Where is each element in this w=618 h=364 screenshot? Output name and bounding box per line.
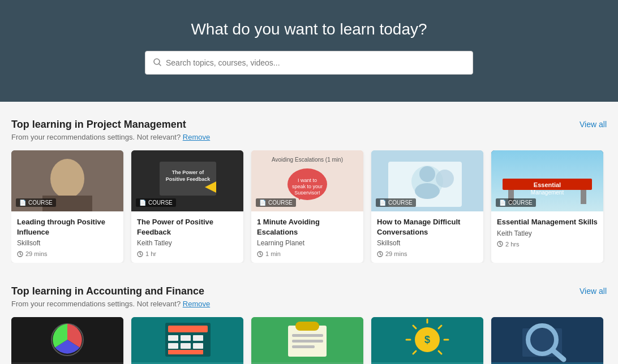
svg-rect-50 bbox=[168, 335, 178, 341]
section-header-af: Top learning in Accounting and Finance V… bbox=[11, 285, 607, 297]
svg-text:I want to: I want to bbox=[298, 177, 317, 183]
search-bar bbox=[145, 51, 473, 75]
section-subtitle-af: From your recommendations settings. Not … bbox=[11, 300, 607, 308]
svg-text:The Power of: The Power of bbox=[172, 170, 205, 175]
section-subtitle-pm: From your recommendations settings. Not … bbox=[11, 133, 607, 141]
main-content: Top learning in Project Management View … bbox=[0, 102, 618, 364]
view-all-accounting[interactable]: View all bbox=[580, 287, 607, 296]
card-body: How to Manage Difficult Conversations Sk… bbox=[371, 211, 483, 263]
card-body: 1 Minute Avoiding Escalations Learning P… bbox=[251, 211, 363, 263]
card-thumb: 📄COURSE bbox=[11, 317, 123, 364]
svg-text:Avoiding Escalations (1 min): Avoiding Escalations (1 min) bbox=[272, 157, 343, 163]
svg-rect-59 bbox=[295, 322, 319, 331]
card-thumb: 📄COURSE bbox=[11, 150, 123, 211]
card-title: Essential Management Skills bbox=[497, 217, 598, 227]
card-author: Learning Planet bbox=[257, 239, 358, 247]
svg-line-25 bbox=[260, 254, 261, 255]
card-body: Leading through Positive Influence Skill… bbox=[11, 211, 123, 263]
card-thumb: The Power of Positive Feedback 📄COURSE bbox=[131, 150, 243, 211]
svg-rect-55 bbox=[193, 343, 203, 349]
card-difficult-conversations: 📄COURSE How to Manage Difficult Conversa… bbox=[371, 150, 483, 263]
svg-point-30 bbox=[415, 183, 440, 199]
card-duration: 2 hrs bbox=[497, 241, 598, 248]
svg-rect-53 bbox=[168, 343, 178, 349]
remove-link-pm[interactable]: Remove bbox=[183, 133, 210, 141]
section-title: Top learning in Project Management bbox=[11, 119, 186, 131]
search-icon bbox=[153, 58, 161, 68]
card-duration: 1 min bbox=[257, 250, 358, 257]
card-essential-management: Essential Management 📄COURSE Essential M… bbox=[491, 150, 603, 263]
svg-line-44 bbox=[500, 244, 501, 245]
card-badge: 📄COURSE bbox=[16, 198, 56, 207]
card-badge: 📄COURSE bbox=[496, 198, 536, 207]
svg-text:Positive Feedback: Positive Feedback bbox=[166, 176, 211, 182]
section-title-af: Top learning in Accounting and Finance bbox=[11, 285, 204, 297]
svg-rect-76 bbox=[522, 328, 562, 357]
card-body: Essential Management Skills Keith Tatley… bbox=[491, 211, 603, 253]
svg-rect-60 bbox=[292, 334, 323, 337]
card-af-5: 📄COURSE bbox=[491, 317, 603, 364]
card-thumb: $ 📄COURSE bbox=[371, 317, 483, 364]
section-header: Top learning in Project Management View … bbox=[11, 119, 607, 131]
card-thumb: 📄COURSE bbox=[371, 150, 483, 211]
cards-row-af: 📄COURSE bbox=[11, 317, 607, 364]
svg-rect-49 bbox=[168, 326, 208, 332]
svg-line-15 bbox=[140, 254, 141, 255]
svg-text:Management: Management bbox=[531, 189, 564, 196]
card-author: Keith Tatley bbox=[497, 229, 598, 237]
card-positive-feedback: The Power of Positive Feedback 📄COURSE T… bbox=[131, 150, 243, 263]
card-af-2: 📄COURSE bbox=[131, 317, 243, 364]
hero-title: What do you want to learn today? bbox=[191, 20, 427, 38]
card-title: Leading through Positive Influence bbox=[17, 217, 118, 237]
section-accounting-finance: Top learning in Accounting and Finance V… bbox=[11, 285, 607, 364]
svg-line-34 bbox=[380, 254, 381, 255]
hero-section: What do you want to learn today? bbox=[0, 0, 618, 102]
card-title: 1 Minute Avoiding Escalations bbox=[257, 217, 358, 237]
card-duration: 29 mins bbox=[17, 250, 118, 257]
svg-point-3 bbox=[50, 159, 84, 198]
svg-rect-62 bbox=[292, 345, 315, 348]
svg-rect-54 bbox=[181, 343, 191, 349]
card-badge: 📄COURSE bbox=[256, 198, 296, 207]
svg-line-7 bbox=[20, 254, 22, 255]
card-body: The Power of Positive Feedback Keith Tat… bbox=[131, 211, 243, 263]
view-all-project-management[interactable]: View all bbox=[580, 120, 607, 129]
card-badge: 📄COURSE bbox=[136, 198, 176, 207]
svg-text:Essential: Essential bbox=[534, 181, 561, 188]
card-thumb: Avoiding Escalations (1 min) I want to s… bbox=[251, 150, 363, 211]
svg-point-31 bbox=[436, 170, 454, 188]
svg-text:speak to your: speak to your bbox=[292, 184, 323, 189]
svg-text:$: $ bbox=[424, 334, 430, 345]
card-thumb: 📄COURSE bbox=[491, 317, 603, 364]
svg-rect-61 bbox=[292, 340, 323, 343]
card-af-4: $ 📄COURSE bbox=[371, 317, 483, 364]
card-af-3: 📄COURSE bbox=[251, 317, 363, 364]
section-project-management: Top learning in Project Management View … bbox=[11, 119, 607, 263]
card-thumb: 📄COURSE bbox=[251, 317, 363, 364]
cards-row-pm: 📄COURSE Leading through Positive Influen… bbox=[11, 150, 607, 263]
card-author: Keith Tatley bbox=[137, 239, 238, 247]
card-thumb: 📄COURSE bbox=[131, 317, 243, 364]
card-duration: 1 hr bbox=[137, 250, 238, 257]
card-avoiding-escalations: Avoiding Escalations (1 min) I want to s… bbox=[251, 150, 363, 263]
remove-link-af[interactable]: Remove bbox=[183, 300, 210, 308]
svg-rect-56 bbox=[168, 350, 203, 354]
card-badge: 📄COURSE bbox=[376, 198, 416, 207]
svg-point-29 bbox=[419, 166, 435, 182]
card-author: Skillsoft bbox=[17, 239, 118, 247]
search-input[interactable] bbox=[166, 58, 465, 67]
svg-rect-52 bbox=[193, 335, 203, 341]
card-title: How to Manage Difficult Conversations bbox=[377, 217, 478, 237]
svg-rect-51 bbox=[181, 335, 191, 341]
card-duration: 29 mins bbox=[377, 250, 478, 257]
card-thumb: Essential Management 📄COURSE bbox=[491, 150, 603, 211]
card-leading-influence: 📄COURSE Leading through Positive Influen… bbox=[11, 150, 123, 263]
card-af-1: 📄COURSE bbox=[11, 317, 123, 364]
card-author: Skillsoft bbox=[377, 239, 478, 247]
svg-line-1 bbox=[159, 64, 161, 66]
card-title: The Power of Positive Feedback bbox=[137, 217, 238, 237]
